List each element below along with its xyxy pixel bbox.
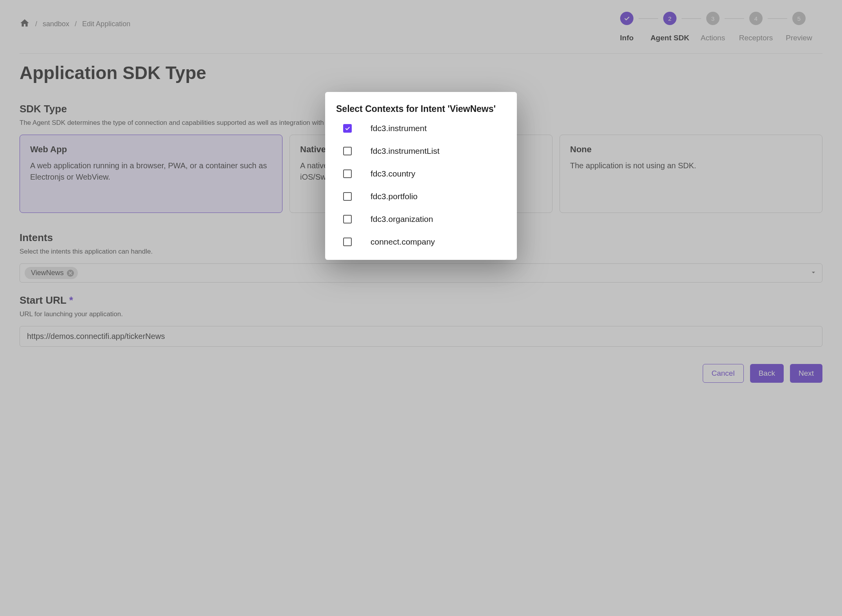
context-option[interactable]: fdc3.country: [343, 169, 506, 178]
context-option[interactable]: fdc3.organization: [343, 214, 506, 224]
context-option[interactable]: fdc3.portfolio: [343, 192, 506, 201]
option-label: fdc3.country: [371, 169, 415, 178]
context-option[interactable]: fdc3.instrument: [343, 124, 506, 133]
option-label: fdc3.instrumentList: [371, 146, 439, 156]
context-option[interactable]: fdc3.instrumentList: [343, 146, 506, 156]
select-contexts-modal: Select Contexts for Intent 'ViewNews' fd…: [325, 92, 517, 260]
option-label: fdc3.instrument: [371, 124, 427, 133]
context-option[interactable]: connect.company: [343, 237, 506, 247]
checkbox-icon[interactable]: [343, 238, 352, 246]
checkbox-icon[interactable]: [343, 215, 352, 223]
checkbox-icon[interactable]: [343, 169, 352, 178]
checkbox-icon[interactable]: [343, 147, 352, 155]
option-label: connect.company: [371, 237, 435, 247]
checkbox-checked-icon[interactable]: [343, 124, 352, 133]
modal-title: Select Contexts for Intent 'ViewNews': [336, 104, 506, 114]
option-label: fdc3.organization: [371, 214, 433, 224]
option-label: fdc3.portfolio: [371, 192, 417, 201]
checkbox-icon[interactable]: [343, 192, 352, 201]
context-options: fdc3.instrument fdc3.instrumentList fdc3…: [336, 124, 506, 247]
modal-overlay[interactable]: Select Contexts for Intent 'ViewNews' fd…: [0, 0, 842, 394]
